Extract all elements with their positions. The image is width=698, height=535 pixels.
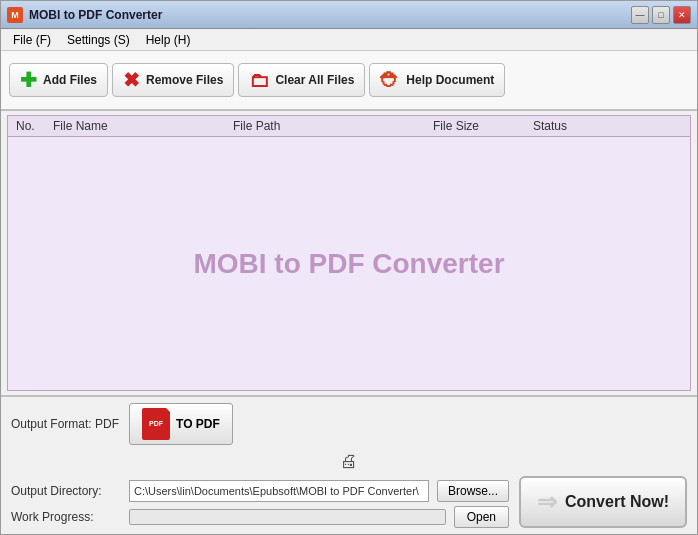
col-header-no: No. bbox=[8, 119, 53, 133]
convert-arrow-icon: ⇒ bbox=[537, 488, 557, 516]
add-files-label: Add Files bbox=[43, 73, 97, 87]
menu-file[interactable]: File (F) bbox=[5, 31, 59, 49]
bottom-panel: Output Format: PDF PDF TO PDF 🖨 Output D… bbox=[1, 395, 697, 534]
help-document-button[interactable]: ⛑ Help Document bbox=[369, 63, 505, 97]
clear-all-files-button[interactable]: 🗀 Clear All Files bbox=[238, 63, 365, 97]
browse-button[interactable]: Browse... bbox=[437, 480, 509, 502]
help-icon: ⛑ bbox=[380, 70, 400, 90]
menu-bar: File (F) Settings (S) Help (H) bbox=[1, 29, 697, 51]
file-table-body: MOBI to PDF Converter bbox=[8, 137, 690, 390]
watermark-text: MOBI to PDF Converter bbox=[193, 248, 504, 280]
to-pdf-label: TO PDF bbox=[176, 417, 220, 431]
menu-settings[interactable]: Settings (S) bbox=[59, 31, 138, 49]
col-header-size: File Size bbox=[433, 119, 533, 133]
window-title: MOBI to PDF Converter bbox=[29, 8, 162, 22]
menu-help[interactable]: Help (H) bbox=[138, 31, 199, 49]
output-directory-row: Output Directory: Browse... bbox=[11, 480, 509, 502]
to-pdf-button[interactable]: PDF TO PDF bbox=[129, 403, 233, 445]
close-button[interactable]: ✕ bbox=[673, 6, 691, 24]
printer-icon: 🖨 bbox=[340, 451, 358, 472]
title-bar-controls: — □ ✕ bbox=[631, 6, 691, 24]
output-directory-label: Output Directory: bbox=[11, 484, 121, 498]
remove-files-button[interactable]: ✖ Remove Files bbox=[112, 63, 234, 97]
convert-now-label: Convert Now! bbox=[565, 493, 669, 511]
printer-icon-row: 🖨 bbox=[11, 451, 687, 472]
maximize-button[interactable]: □ bbox=[652, 6, 670, 24]
pdf-icon: PDF bbox=[142, 408, 170, 440]
work-progress-row: Work Progress: Open bbox=[11, 506, 509, 528]
minimize-button[interactable]: — bbox=[631, 6, 649, 24]
file-table-area: No. File Name File Path File Size Status… bbox=[7, 115, 691, 391]
col-header-path: File Path bbox=[233, 119, 433, 133]
convert-now-button[interactable]: ⇒ Convert Now! bbox=[519, 476, 687, 528]
main-window: M MOBI to PDF Converter — □ ✕ File (F) S… bbox=[0, 0, 698, 535]
toolbar: ✚ Add Files ✖ Remove Files 🗀 Clear All F… bbox=[1, 51, 697, 111]
col-header-name: File Name bbox=[53, 119, 233, 133]
progress-bar-container bbox=[129, 509, 446, 525]
title-bar: M MOBI to PDF Converter — □ ✕ bbox=[1, 1, 697, 29]
remove-files-label: Remove Files bbox=[146, 73, 223, 87]
title-bar-left: M MOBI to PDF Converter bbox=[7, 7, 162, 23]
clear-files-icon: 🗀 bbox=[249, 70, 269, 90]
output-directory-input[interactable] bbox=[129, 480, 429, 502]
convert-now-area: ⇒ Convert Now! bbox=[519, 476, 687, 528]
output-format-row: Output Format: PDF PDF TO PDF bbox=[11, 403, 687, 445]
app-icon: M bbox=[7, 7, 23, 23]
left-controls: Output Directory: Browse... Work Progres… bbox=[11, 480, 509, 528]
col-header-status: Status bbox=[533, 119, 690, 133]
help-document-label: Help Document bbox=[406, 73, 494, 87]
add-files-icon: ✚ bbox=[20, 70, 37, 90]
remove-files-icon: ✖ bbox=[123, 70, 140, 90]
open-button[interactable]: Open bbox=[454, 506, 509, 528]
clear-all-files-label: Clear All Files bbox=[275, 73, 354, 87]
file-table-header: No. File Name File Path File Size Status bbox=[8, 116, 690, 137]
add-files-button[interactable]: ✚ Add Files bbox=[9, 63, 108, 97]
output-format-label: Output Format: PDF bbox=[11, 417, 119, 431]
work-progress-label: Work Progress: bbox=[11, 510, 121, 524]
